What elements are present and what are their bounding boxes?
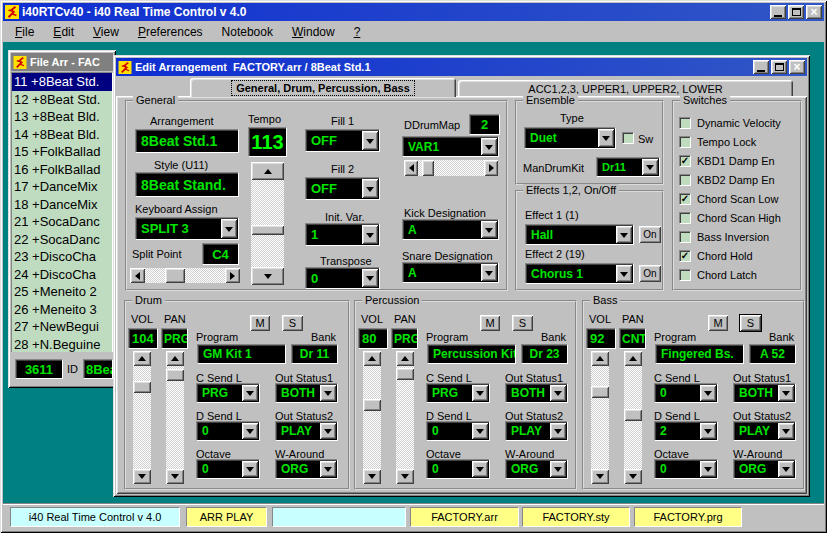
arr-list-item[interactable]: 23 +DiscoCha [12,248,112,266]
dropdown-button[interactable] [472,461,488,477]
dropdown-button[interactable] [481,221,497,238]
percussion-outstatus2-select[interactable]: PLAY [505,421,568,441]
edit-titlebar[interactable]: Edit Arrangement FACTORY.arr / 8Beat Std… [116,58,807,76]
dropdown-button[interactable] [242,385,258,401]
dropdown-button[interactable] [700,423,716,439]
init-var-select[interactable]: 1 [305,223,380,246]
bass-mute-button[interactable]: M [708,315,728,331]
scroll-up-button[interactable] [133,351,151,366]
dropdown-button[interactable] [550,385,566,401]
scroll-thumb[interactable] [396,368,414,380]
minimize-button[interactable] [753,60,769,74]
close-button[interactable]: × [789,60,805,74]
arr-list[interactable]: 11 +8Beat Std.12 +8Beat Std.13 +8Beat Bl… [11,72,113,353]
menu-item-preferences[interactable]: Preferences [129,23,213,41]
checkbox-chord-scan-high[interactable] [679,212,691,224]
scroll-left-button[interactable] [404,160,418,176]
ddrummap-scrollbar[interactable] [404,160,498,176]
arr-list-item[interactable]: 12 +8Beat Std. [12,91,112,109]
dropdown-button[interactable] [778,461,794,477]
split-point-scrollbar[interactable] [130,268,240,283]
percussion-octave-select[interactable]: 0 [426,459,490,479]
arr-list-item[interactable]: 15 +FolkBallad [12,143,112,161]
checkbox-chord-hold[interactable]: ✓ [679,250,691,262]
scroll-down-button[interactable] [591,469,609,484]
arr-list-item[interactable]: 11 +8Beat Std. [12,73,112,91]
dropdown-button[interactable] [362,225,378,244]
dropdown-button[interactable] [778,385,794,401]
scroll-up-button[interactable] [251,162,284,180]
arr-list-item[interactable]: 14 +8Beat Bld. [12,126,112,144]
menu-item-notebook[interactable]: Notebook [213,23,283,41]
dropdown-button[interactable] [550,461,566,477]
keyboard-assign-select[interactable]: SPLIT 3 [135,217,239,240]
sw-checkbox[interactable] [622,132,634,144]
dropdown-button[interactable] [221,219,237,238]
menu-item-edit[interactable]: Edit [44,23,84,41]
maximize-button[interactable] [771,60,787,74]
transpose-select[interactable]: 0 [305,267,380,289]
drum-octave-select[interactable]: 0 [196,459,260,479]
dropdown-button[interactable] [362,269,378,287]
checkbox-kbd1-damp-en[interactable]: ✓ [679,155,691,167]
minimize-button[interactable] [770,5,786,19]
scroll-down-button[interactable] [396,469,414,484]
bass-solo-button[interactable]: S [740,315,761,331]
scroll-down-button[interactable] [363,469,381,484]
arr-list-item[interactable]: 28 +N.Beguine [12,336,112,354]
maximize-button[interactable] [788,5,804,19]
drum-mute-button[interactable]: M [250,315,270,331]
bass-csend-select[interactable]: 0 [654,383,718,403]
tempo-scrollbar[interactable] [251,162,284,285]
dropdown-button[interactable] [700,461,716,477]
percussion-vol-scrollbar[interactable] [363,351,381,484]
scroll-right-button[interactable] [225,268,240,283]
ensemble-type-select[interactable]: Duet [524,127,616,149]
arr-list-item[interactable]: 21 +SocaDanc [12,213,112,231]
dropdown-button[interactable] [362,131,378,150]
mandrumkit-select[interactable]: Dr11 [596,157,660,177]
close-button[interactable]: × [806,5,822,19]
dropdown-button[interactable] [472,385,488,401]
scroll-down-button[interactable] [166,469,184,484]
scroll-thumb[interactable] [422,160,434,176]
bass-outstatus2-select[interactable]: PLAY [733,421,796,441]
scroll-up-button[interactable] [624,351,642,366]
drum-csend-select[interactable]: PRG [196,383,260,403]
scroll-thumb[interactable] [363,399,381,411]
checkbox-kbd2-damp-en[interactable] [679,174,691,186]
arr-list-item[interactable]: 27 +NewBegui [12,318,112,336]
bass-outstatus1-select[interactable]: BOTH [733,383,796,403]
arr-list-item[interactable]: 25 +Meneito 2 [12,283,112,301]
dropdown-button[interactable] [550,423,566,439]
checkbox-bass-inversion[interactable] [679,231,691,243]
dropdown-button[interactable] [616,265,632,282]
dropdown-button[interactable] [481,264,497,281]
arr-list-item[interactable]: 13 +8Beat Bld. [12,108,112,126]
bass-pan-scrollbar[interactable] [624,351,642,484]
percussion-csend-select[interactable]: PRG [426,383,490,403]
effect1-on-button[interactable]: On [639,226,661,243]
scroll-thumb[interactable] [251,225,284,235]
scroll-thumb[interactable] [591,386,609,398]
dropdown-button[interactable] [642,159,658,175]
dropdown-button[interactable] [242,423,258,439]
percussion-solo-button[interactable]: S [512,315,533,331]
menu-item-file[interactable]: File [6,23,44,41]
scroll-thumb[interactable] [166,369,184,381]
kick-designation-select[interactable]: A [402,219,499,240]
effect1-select[interactable]: Hall [525,224,634,245]
checkbox-chord-scan-low[interactable]: ✓ [679,193,691,205]
dropdown-button[interactable] [700,385,716,401]
bass-vol-scrollbar[interactable] [591,351,609,484]
drum-pan-scrollbar[interactable] [166,351,184,484]
percussion-mute-button[interactable]: M [480,315,500,331]
checkbox-chord-latch[interactable] [679,269,691,281]
scroll-thumb[interactable] [165,268,185,283]
scroll-down-button[interactable] [251,267,284,285]
main-titlebar[interactable]: i40RTCv40 - i40 Real Time Control v 4.0 … [3,3,824,21]
arr-list-item[interactable]: 22 +SocaDanc [12,231,112,249]
drum-vol-scrollbar[interactable] [133,351,151,484]
effect2-select[interactable]: Chorus 1 [525,263,634,284]
percussion-outstatus1-select[interactable]: BOTH [505,383,568,403]
